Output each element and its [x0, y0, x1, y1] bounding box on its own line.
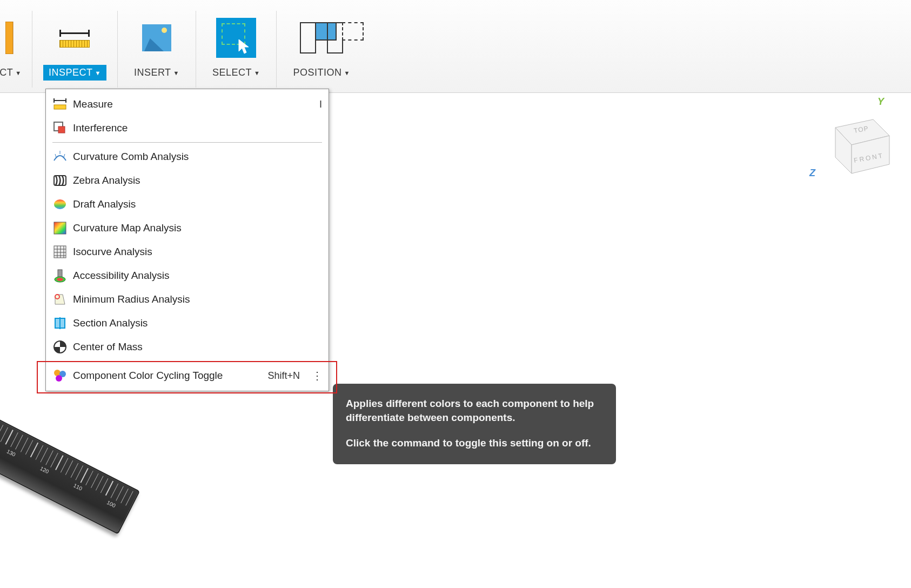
more-options-icon[interactable]: ⋮ [312, 369, 322, 382]
color-cycling-icon [52, 368, 68, 383]
menu-zebra[interactable]: Zebra Analysis [46, 169, 329, 192]
toolbar-group-insert: INSERT▼ [118, 11, 196, 88]
axis-y-label: Y [877, 96, 885, 107]
section-icon [52, 316, 68, 331]
menu-separator [52, 361, 322, 362]
curvature-comb-icon [52, 149, 68, 164]
menu-item-shortcut: I [319, 99, 322, 110]
svg-rect-13 [54, 246, 66, 258]
tooltip: Applies different colors to each compone… [333, 384, 616, 464]
menu-item-label: Isocurve Analysis [73, 246, 322, 258]
inspect-button[interactable]: INSPECT▼ [43, 65, 106, 81]
ruler-object: 150140130120110100 [0, 388, 140, 534]
menu-center-of-mass[interactable]: Center of Mass [46, 335, 329, 359]
insert-toolbar-icon [142, 11, 171, 65]
menu-item-label: Zebra Analysis [73, 175, 322, 186]
inspect-label: INSPECT [49, 67, 93, 78]
menu-item-shortcut: Shift+N [267, 370, 300, 382]
minimum-radius-icon [52, 292, 68, 307]
menu-item-label: Measure [73, 98, 314, 110]
position-button[interactable]: POSITION▼ [287, 65, 355, 81]
toolbar-group-ct: CT▼ [0, 11, 32, 88]
menu-accessibility[interactable]: Accessibility Analysis [46, 264, 329, 288]
menu-measure[interactable]: Measure I [46, 92, 329, 116]
menu-item-label: Center of Mass [73, 341, 322, 353]
position-label: POSITION [293, 67, 341, 78]
menu-item-label: Component Color Cycling Toggle [73, 370, 262, 382]
svg-point-16 [57, 278, 63, 281]
menu-item-label: Accessibility Analysis [73, 270, 322, 282]
inspect-toolbar-icon [59, 11, 90, 65]
svg-line-7 [55, 154, 56, 157]
menu-section[interactable]: Section Analysis [46, 311, 329, 335]
svg-rect-0 [5, 22, 13, 54]
interference-icon [52, 121, 68, 136]
insert-button[interactable]: INSERT▼ [129, 65, 185, 81]
menu-draft[interactable]: Draft Analysis [46, 192, 329, 216]
ct-button[interactable]: CT▼ [0, 65, 27, 81]
select-toolbar-icon [216, 11, 256, 65]
menu-isocurve[interactable]: Isocurve Analysis [46, 240, 329, 264]
menu-item-label: Section Analysis [73, 317, 322, 329]
menu-item-label: Interference [73, 122, 322, 134]
caret-down-icon: ▼ [173, 70, 179, 76]
menu-item-label: Minimum Radius Analysis [73, 293, 322, 305]
zebra-icon [52, 173, 68, 188]
curvature-map-icon [52, 220, 68, 236]
svg-line-9 [64, 154, 65, 157]
menu-minimum-radius[interactable]: Minimum Radius Analysis [46, 288, 329, 311]
toolbar: CT▼ INSPECT▼ INSERT▼ SELECT▼ [0, 0, 911, 93]
caret-down-icon: ▼ [15, 70, 21, 76]
svg-point-11 [54, 199, 66, 209]
menu-item-label: Curvature Map Analysis [73, 222, 322, 234]
menu-curvature-map[interactable]: Curvature Map Analysis [46, 216, 329, 240]
svg-rect-6 [58, 126, 65, 133]
inspect-dropdown: Measure I Interference Curvature Comb An… [45, 89, 329, 391]
insert-label: INSERT [134, 67, 171, 78]
viewcube[interactable]: Y Z TOP FRONT [808, 95, 895, 182]
menu-interference[interactable]: Interference [46, 116, 329, 140]
toolbar-group-select: SELECT▼ [196, 11, 277, 88]
menu-curvature-comb[interactable]: Curvature Comb Analysis [46, 145, 329, 169]
caret-down-icon: ▼ [254, 70, 260, 76]
position-toolbar-icon [300, 11, 343, 65]
svg-rect-12 [54, 222, 66, 234]
caret-down-icon: ▼ [344, 70, 350, 76]
menu-component-color-cycling[interactable]: Component Color Cycling Toggle Shift+N ⋮ [46, 364, 329, 387]
accessibility-icon [52, 268, 68, 283]
menu-item-label: Curvature Comb Analysis [73, 151, 322, 163]
tooltip-line1: Applies different colors to each compone… [346, 397, 603, 424]
select-button[interactable]: SELECT▼ [207, 65, 265, 81]
ct-icon [5, 11, 16, 65]
ct-label: CT [0, 67, 13, 78]
svg-point-23 [56, 375, 62, 382]
toolbar-group-position: POSITION▼ [277, 11, 366, 88]
toolbar-group-inspect: INSPECT▼ [32, 11, 118, 88]
menu-item-label: Draft Analysis [73, 198, 322, 210]
isocurve-icon [52, 244, 68, 259]
select-label: SELECT [212, 67, 252, 78]
menu-separator [52, 142, 322, 143]
measure-icon [52, 97, 68, 112]
svg-rect-4 [54, 105, 66, 109]
svg-rect-14 [58, 270, 62, 277]
center-of-mass-icon [52, 339, 68, 355]
tooltip-line2: Click the command to toggle this setting… [346, 436, 603, 450]
caret-down-icon: ▼ [95, 70, 101, 76]
axis-z-label: Z [809, 168, 816, 178]
draft-icon [52, 197, 68, 212]
